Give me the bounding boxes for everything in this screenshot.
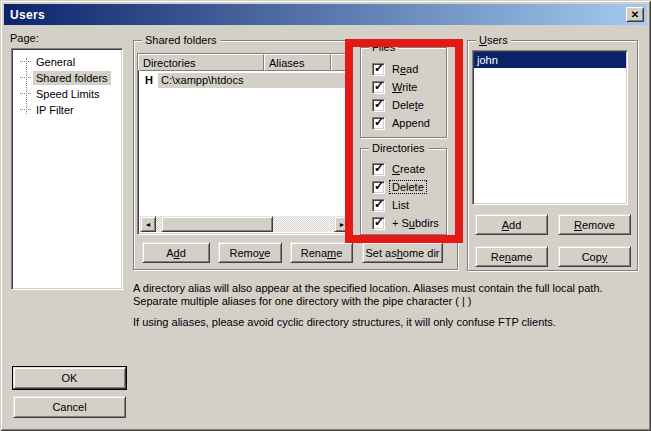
- create-checkbox[interactable]: [372, 163, 385, 176]
- tree-branch-icon: [20, 109, 31, 111]
- create-checkbox-label[interactable]: Create: [390, 163, 427, 175]
- dirs-subdirs-row: + Subdirs: [372, 214, 446, 232]
- tree-item-ip-filter[interactable]: IP Filter: [12, 102, 122, 118]
- directories-group-label: Directories: [369, 142, 428, 155]
- add-folder-button[interactable]: Add: [142, 242, 210, 263]
- remove-folder-button[interactable]: Remove: [218, 242, 282, 263]
- read-checkbox[interactable]: [372, 63, 385, 76]
- horizontal-scrollbar[interactable]: ◄ ►: [140, 216, 350, 232]
- tree-item-general[interactable]: General: [12, 54, 122, 70]
- users-dialog: Users ✕ Page: General Shared folders Spe…: [0, 0, 651, 431]
- files-delete-row: Delete: [372, 96, 446, 114]
- tree-branch-icon: [20, 77, 31, 79]
- dir-delete-checkbox-label[interactable]: Delete: [390, 181, 426, 193]
- remove-user-button[interactable]: Remove: [558, 214, 631, 235]
- rename-folder-button[interactable]: Rename: [290, 242, 353, 263]
- dirs-delete-row: Delete: [372, 178, 446, 196]
- scrollbar-thumb[interactable]: [161, 216, 273, 232]
- column-header-filler: [331, 54, 352, 71]
- tree-item-shared-folders[interactable]: Shared folders: [12, 70, 122, 86]
- append-checkbox-label[interactable]: Append: [390, 117, 432, 129]
- shared-folders-group-label: Shared folders: [142, 34, 220, 47]
- tree-branch-icon: [20, 61, 31, 63]
- directories-permissions-group: Directories Create Delete List + Subdirs: [360, 148, 447, 235]
- scrollbar-track[interactable]: [156, 216, 334, 232]
- close-button[interactable]: ✕: [626, 7, 644, 22]
- table-header: Directories Aliases: [138, 54, 352, 71]
- ok-button[interactable]: OK: [13, 367, 126, 389]
- cancel-button[interactable]: Cancel: [13, 396, 126, 418]
- shared-folders-table[interactable]: Directories Aliases H C:\xampp\htdocs ◄ …: [137, 53, 353, 235]
- cyclic-note: If using aliases, please avoid cyclic di…: [133, 316, 637, 329]
- dirs-list-row: List: [372, 196, 446, 214]
- column-header-directories[interactable]: Directories: [138, 54, 264, 71]
- add-user-button[interactable]: Add: [475, 214, 548, 235]
- titlebar[interactable]: Users ✕: [4, 4, 647, 25]
- column-header-aliases[interactable]: Aliases: [264, 54, 331, 71]
- files-write-row: Write: [372, 78, 446, 96]
- window-title: Users: [10, 8, 45, 22]
- alias-note: A directory alias will also appear at th…: [133, 282, 637, 308]
- scroll-right-button[interactable]: ►: [334, 216, 350, 232]
- dirs-create-row: Create: [372, 160, 446, 178]
- files-group-label: Files: [369, 41, 398, 54]
- page-label: Page:: [10, 32, 39, 44]
- rename-user-button[interactable]: Rename: [475, 246, 548, 267]
- subdirs-checkbox[interactable]: [372, 217, 385, 230]
- read-checkbox-label[interactable]: Read: [390, 63, 420, 75]
- set-home-dir-button[interactable]: Set as home dir: [362, 242, 443, 263]
- copy-user-button[interactable]: Copy: [558, 246, 631, 267]
- user-list-item[interactable]: john: [474, 52, 626, 68]
- dir-delete-checkbox[interactable]: [372, 181, 385, 194]
- home-dir-flag: H: [138, 74, 158, 86]
- files-read-row: Read: [372, 60, 446, 78]
- file-delete-checkbox-label[interactable]: Delete: [390, 99, 426, 111]
- close-icon: ✕: [631, 9, 639, 20]
- users-list[interactable]: john: [472, 50, 628, 205]
- write-checkbox-label[interactable]: Write: [390, 81, 419, 93]
- scroll-left-icon: ◄: [145, 221, 152, 228]
- table-row[interactable]: H C:\xampp\htdocs: [138, 72, 352, 88]
- users-group-label: Users: [476, 34, 511, 47]
- files-permissions-group: Files Read Write Delete Append: [360, 47, 447, 138]
- append-checkbox[interactable]: [372, 117, 385, 130]
- directory-cell: C:\xampp\htdocs: [158, 73, 351, 88]
- write-checkbox[interactable]: [372, 81, 385, 94]
- scroll-left-button[interactable]: ◄: [140, 216, 156, 232]
- tree-item-speed-limits[interactable]: Speed Limits: [12, 86, 122, 102]
- file-delete-checkbox[interactable]: [372, 99, 385, 112]
- subdirs-checkbox-label[interactable]: + Subdirs: [390, 217, 441, 229]
- files-append-row: Append: [372, 114, 446, 132]
- list-checkbox-label[interactable]: List: [390, 199, 411, 211]
- scroll-right-icon: ►: [339, 221, 346, 228]
- list-checkbox[interactable]: [372, 199, 385, 212]
- page-tree[interactable]: General Shared folders Speed Limits IP F…: [11, 48, 123, 290]
- tree-branch-icon: [20, 93, 31, 95]
